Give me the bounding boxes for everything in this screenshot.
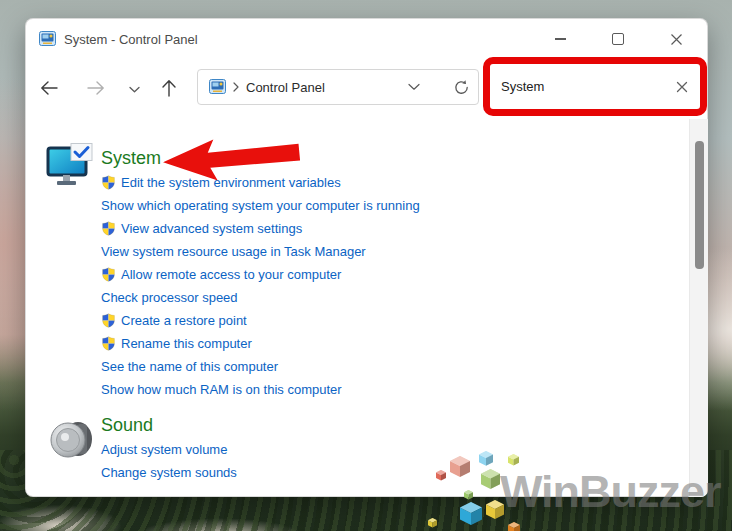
scrollbar-track[interactable]	[689, 119, 708, 497]
search-clear-button[interactable]	[676, 81, 688, 93]
address-dropdown-icon[interactable]	[408, 83, 420, 91]
list-item: Show how much RAM is on this computer	[101, 378, 420, 401]
uac-shield-icon	[101, 175, 116, 190]
uac-shield-icon	[101, 267, 116, 282]
task-link[interactable]: Create a restore point	[121, 313, 247, 328]
task-link[interactable]: Change system sounds	[101, 465, 237, 480]
back-icon	[39, 80, 59, 96]
refresh-icon[interactable]	[453, 79, 470, 96]
forward-button[interactable]	[83, 75, 109, 101]
task-link[interactable]: Adjust system volume	[101, 442, 227, 457]
result-heading-sound[interactable]: Sound	[101, 415, 153, 436]
up-icon	[161, 78, 177, 98]
up-button[interactable]	[156, 75, 182, 101]
control-panel-icon	[209, 79, 226, 95]
uac-shield-icon	[101, 313, 116, 328]
search-input[interactable]	[490, 79, 676, 94]
maximize-button[interactable]	[595, 24, 641, 54]
task-link[interactable]: See the name of this computer	[101, 359, 278, 374]
list-item: Check processor speed	[101, 286, 420, 309]
red-arrow-annotation	[159, 135, 302, 184]
list-item: Change system sounds	[101, 461, 237, 484]
list-item: See the name of this computer	[101, 355, 420, 378]
speaker-icon	[49, 418, 96, 463]
task-link[interactable]: Check processor speed	[101, 290, 238, 305]
winbuzzer-watermark-text: WinBuzzer	[500, 466, 721, 518]
task-link[interactable]: Allow remote access to your computer	[121, 267, 341, 282]
list-item: View advanced system settings	[101, 217, 420, 240]
task-link[interactable]: Show which operating system your compute…	[101, 198, 420, 213]
list-item: Create a restore point	[101, 309, 420, 332]
back-button[interactable]	[36, 75, 62, 101]
system-monitor-icon	[46, 143, 94, 189]
breadcrumb-chevron-icon	[233, 82, 239, 92]
address-bar[interactable]: Control Panel	[197, 69, 479, 105]
scrollbar-thumb[interactable]	[695, 141, 704, 269]
close-button[interactable]	[653, 24, 699, 54]
task-link[interactable]: Show how much RAM is on this computer	[101, 382, 342, 397]
close-icon	[670, 33, 683, 46]
search-highlight-annotation	[483, 57, 707, 116]
uac-shield-icon	[101, 336, 116, 351]
minimize-button[interactable]	[537, 24, 583, 54]
recent-locations-button[interactable]	[121, 76, 147, 102]
task-link[interactable]: Rename this computer	[121, 336, 252, 351]
uac-shield-icon	[101, 221, 116, 236]
control-panel-icon	[39, 31, 56, 47]
clear-icon	[676, 81, 688, 93]
list-item: Show which operating system your compute…	[101, 194, 420, 217]
list-item: Adjust system volume	[101, 438, 237, 461]
sound-links: Adjust system volume Change system sound…	[101, 438, 237, 484]
forward-icon	[86, 80, 106, 96]
task-link[interactable]: View system resource usage in Task Manag…	[101, 244, 366, 259]
titlebar[interactable]: System - Control Panel	[26, 19, 707, 61]
list-item: Rename this computer	[101, 332, 420, 355]
list-item: Allow remote access to your computer	[101, 263, 420, 286]
result-heading-system[interactable]: System	[101, 148, 161, 169]
list-item: View system resource usage in Task Manag…	[101, 240, 420, 263]
task-link[interactable]: View advanced system settings	[121, 221, 302, 236]
maximize-icon	[612, 33, 624, 45]
minimize-icon	[555, 38, 566, 39]
breadcrumb-control-panel[interactable]: Control Panel	[246, 80, 325, 95]
window-title: System - Control Panel	[64, 32, 198, 47]
chevron-down-icon	[129, 86, 140, 93]
system-links: Edit the system environment variables Sh…	[101, 171, 420, 401]
